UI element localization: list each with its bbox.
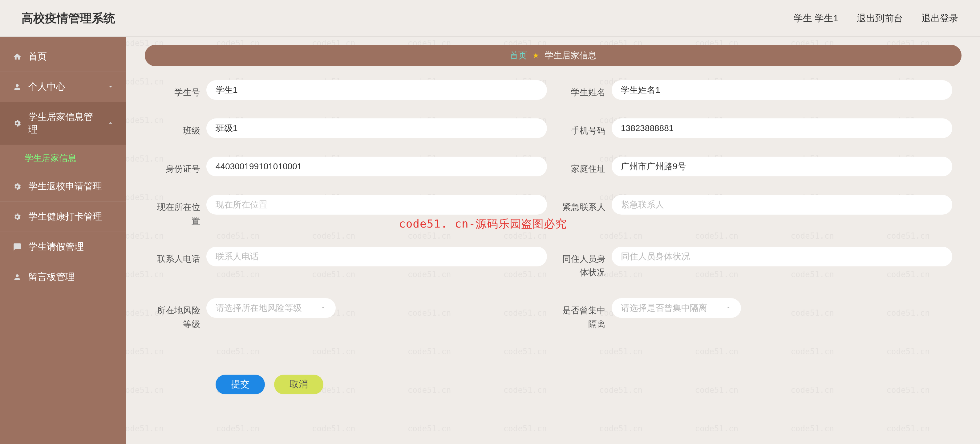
user-icon: [12, 272, 22, 282]
sidebar-item-profile[interactable]: 个人中心: [0, 72, 126, 102]
setting-icon: [12, 118, 22, 128]
sidebar-item-label: 学生返校申请管理: [28, 180, 102, 193]
select-placeholder: 请选择是否曾集中隔离: [621, 302, 707, 314]
chevron-down-icon: [320, 303, 326, 313]
label-id-card: 身份证号: [154, 157, 200, 176]
chevron-down-icon: [725, 303, 732, 313]
sidebar-subitem-home-info[interactable]: 学生居家信息: [0, 145, 126, 171]
breadcrumb-current: 学生居家信息: [545, 50, 597, 61]
chevron-up-icon: [107, 118, 114, 129]
label-quarantine: 是否曾集中隔离: [559, 298, 606, 331]
input-class[interactable]: [206, 118, 547, 138]
label-risk-level: 所在地风险等级: [154, 298, 200, 331]
label-student-name: 学生姓名: [559, 80, 606, 100]
input-student-id[interactable]: [206, 80, 547, 100]
input-phone[interactable]: [612, 118, 952, 138]
field-contact-phone: 联系人电话: [154, 247, 547, 280]
setting-icon: [12, 212, 22, 222]
breadcrumb: 首页 ★ 学生居家信息: [145, 45, 961, 66]
input-current-location[interactable]: [206, 195, 547, 215]
chat-icon: [12, 242, 22, 252]
button-row: 提交 取消: [154, 350, 952, 394]
logout-front-link[interactable]: 退出到前台: [857, 12, 903, 25]
label-current-location: 现在所在位置: [154, 195, 200, 228]
user-icon: [12, 82, 22, 92]
sidebar-item-label: 学生请假管理: [28, 241, 84, 253]
input-cohabitant-health[interactable]: [612, 247, 952, 267]
sidebar-item-label: 学生居家信息管理: [28, 111, 101, 136]
field-cohabitant-health: 同住人员身体状况: [559, 247, 952, 280]
sidebar-item-health-check[interactable]: 学生健康打卡管理: [0, 202, 126, 232]
field-class: 班级: [154, 118, 547, 138]
sidebar-item-home[interactable]: 首页: [0, 42, 126, 72]
input-contact-phone[interactable]: [206, 247, 547, 267]
label-phone: 手机号码: [559, 118, 606, 138]
app-title: 高校疫情管理系统: [22, 11, 115, 26]
sidebar-item-home-info-mgmt[interactable]: 学生居家信息管理: [0, 102, 126, 145]
input-student-name[interactable]: [612, 80, 952, 100]
logout-link[interactable]: 退出登录: [921, 12, 958, 25]
field-risk-level: 所在地风险等级 请选择所在地风险等级: [154, 298, 547, 331]
main-content: 首页 ★ 学生居家信息 学生号 学生姓名 班级 手机号码 身份证号: [126, 37, 980, 444]
field-current-location: 现在所在位置: [154, 195, 547, 228]
label-class: 班级: [154, 118, 200, 138]
sidebar: 首页 个人中心 学生居家信息管理 学生居家信息 学生返校申请管理 学生健康打卡管…: [0, 37, 126, 444]
sidebar-item-label: 个人中心: [28, 80, 65, 93]
label-cohabitant-health: 同住人员身体状况: [559, 247, 606, 280]
form: 学生号 学生姓名 班级 手机号码 身份证号 家庭住址: [145, 80, 961, 394]
field-quarantine: 是否曾集中隔离 请选择是否曾集中隔离: [559, 298, 952, 331]
label-emergency-contact: 紧急联系人: [559, 195, 606, 214]
user-label[interactable]: 学生 学生1: [794, 12, 838, 25]
field-student-name: 学生姓名: [559, 80, 952, 100]
select-quarantine[interactable]: 请选择是否曾集中隔离: [612, 298, 741, 318]
chevron-down-icon: [107, 82, 114, 92]
sidebar-item-return-apply[interactable]: 学生返校申请管理: [0, 171, 126, 202]
field-student-id: 学生号: [154, 80, 547, 100]
setting-icon: [12, 182, 22, 192]
sidebar-item-leave[interactable]: 学生请假管理: [0, 232, 126, 262]
input-home-address[interactable]: [612, 157, 952, 176]
header-right: 学生 学生1 退出到前台 退出登录: [794, 12, 958, 25]
home-icon: [12, 52, 22, 62]
star-icon: ★: [533, 51, 539, 60]
sidebar-item-label: 留言板管理: [28, 271, 75, 283]
field-id-card: 身份证号: [154, 157, 547, 176]
select-placeholder: 请选择所在地风险等级: [216, 302, 302, 314]
label-home-address: 家庭住址: [559, 157, 606, 176]
label-student-id: 学生号: [154, 80, 200, 100]
header: 高校疫情管理系统 学生 学生1 退出到前台 退出登录: [0, 0, 980, 37]
cancel-button[interactable]: 取消: [274, 375, 323, 394]
input-id-card[interactable]: [206, 157, 547, 176]
label-contact-phone: 联系人电话: [154, 247, 200, 266]
breadcrumb-home[interactable]: 首页: [510, 50, 527, 61]
input-emergency-contact[interactable]: [612, 195, 952, 215]
field-home-address: 家庭住址: [559, 157, 952, 176]
sidebar-item-label: 学生健康打卡管理: [28, 210, 102, 223]
field-emergency-contact: 紧急联系人: [559, 195, 952, 228]
submit-button[interactable]: 提交: [216, 375, 265, 394]
sidebar-item-label: 首页: [28, 50, 47, 63]
field-phone: 手机号码: [559, 118, 952, 138]
sidebar-item-message-board[interactable]: 留言板管理: [0, 262, 126, 292]
select-risk-level[interactable]: 请选择所在地风险等级: [206, 298, 336, 318]
